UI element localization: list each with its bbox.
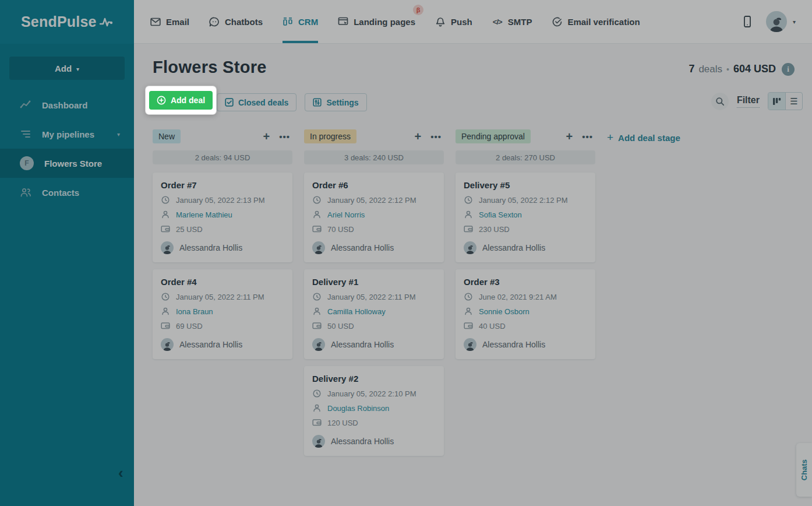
tutorial-spotlight: Add deal xyxy=(146,86,216,114)
tutorial-dim-overlay xyxy=(0,0,812,506)
plus-circle-icon xyxy=(157,96,166,105)
app-window: SendPulse Add ▾ Dashboard xyxy=(0,0,812,506)
add-deal-button[interactable]: Add deal xyxy=(149,91,213,110)
add-deal-label: Add deal xyxy=(171,96,205,105)
